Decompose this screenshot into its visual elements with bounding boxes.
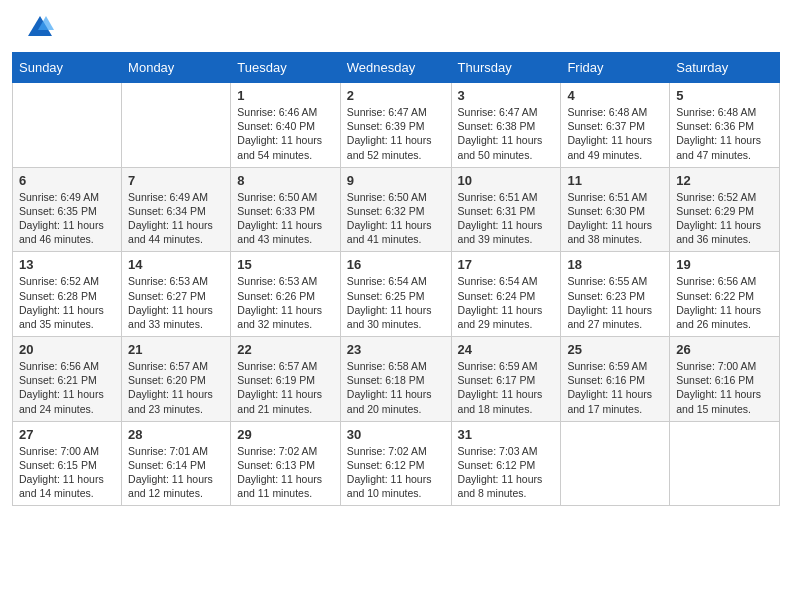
day-info: Sunrise: 6:50 AMSunset: 6:33 PMDaylight:… [237,190,333,247]
logo-icon [26,14,54,42]
day-info: Sunrise: 6:57 AMSunset: 6:20 PMDaylight:… [128,359,224,416]
calendar-cell: 25Sunrise: 6:59 AMSunset: 6:16 PMDayligh… [561,337,670,422]
calendar-cell: 7Sunrise: 6:49 AMSunset: 6:34 PMDaylight… [122,167,231,252]
calendar-cell: 21Sunrise: 6:57 AMSunset: 6:20 PMDayligh… [122,337,231,422]
day-info: Sunrise: 7:00 AMSunset: 6:16 PMDaylight:… [676,359,773,416]
calendar-cell: 14Sunrise: 6:53 AMSunset: 6:27 PMDayligh… [122,252,231,337]
calendar-cell: 2Sunrise: 6:47 AMSunset: 6:39 PMDaylight… [340,83,451,168]
calendar-cell: 8Sunrise: 6:50 AMSunset: 6:33 PMDaylight… [231,167,340,252]
weekday-header-tuesday: Tuesday [231,53,340,83]
calendar-cell: 17Sunrise: 6:54 AMSunset: 6:24 PMDayligh… [451,252,561,337]
calendar-cell: 26Sunrise: 7:00 AMSunset: 6:16 PMDayligh… [670,337,780,422]
day-info: Sunrise: 6:49 AMSunset: 6:35 PMDaylight:… [19,190,115,247]
day-info: Sunrise: 6:52 AMSunset: 6:29 PMDaylight:… [676,190,773,247]
day-info: Sunrise: 6:57 AMSunset: 6:19 PMDaylight:… [237,359,333,416]
day-number: 28 [128,427,224,442]
calendar-cell: 15Sunrise: 6:53 AMSunset: 6:26 PMDayligh… [231,252,340,337]
day-number: 15 [237,257,333,272]
day-number: 27 [19,427,115,442]
day-number: 5 [676,88,773,103]
day-number: 11 [567,173,663,188]
day-info: Sunrise: 7:02 AMSunset: 6:13 PMDaylight:… [237,444,333,501]
day-number: 31 [458,427,555,442]
weekday-header-sunday: Sunday [13,53,122,83]
logo [24,18,54,42]
calendar-cell: 13Sunrise: 6:52 AMSunset: 6:28 PMDayligh… [13,252,122,337]
weekday-header-friday: Friday [561,53,670,83]
calendar-cell: 24Sunrise: 6:59 AMSunset: 6:17 PMDayligh… [451,337,561,422]
calendar-cell: 28Sunrise: 7:01 AMSunset: 6:14 PMDayligh… [122,421,231,506]
day-number: 6 [19,173,115,188]
day-number: 19 [676,257,773,272]
day-number: 25 [567,342,663,357]
calendar-cell: 29Sunrise: 7:02 AMSunset: 6:13 PMDayligh… [231,421,340,506]
day-number: 20 [19,342,115,357]
calendar-cell: 19Sunrise: 6:56 AMSunset: 6:22 PMDayligh… [670,252,780,337]
calendar-cell: 11Sunrise: 6:51 AMSunset: 6:30 PMDayligh… [561,167,670,252]
day-info: Sunrise: 6:51 AMSunset: 6:30 PMDaylight:… [567,190,663,247]
calendar-cell: 5Sunrise: 6:48 AMSunset: 6:36 PMDaylight… [670,83,780,168]
calendar-cell: 18Sunrise: 6:55 AMSunset: 6:23 PMDayligh… [561,252,670,337]
calendar-cell: 31Sunrise: 7:03 AMSunset: 6:12 PMDayligh… [451,421,561,506]
day-number: 3 [458,88,555,103]
day-number: 2 [347,88,445,103]
calendar-cell: 10Sunrise: 6:51 AMSunset: 6:31 PMDayligh… [451,167,561,252]
day-info: Sunrise: 7:02 AMSunset: 6:12 PMDaylight:… [347,444,445,501]
day-info: Sunrise: 6:47 AMSunset: 6:38 PMDaylight:… [458,105,555,162]
day-number: 18 [567,257,663,272]
day-info: Sunrise: 7:00 AMSunset: 6:15 PMDaylight:… [19,444,115,501]
calendar-cell [122,83,231,168]
calendar-cell: 9Sunrise: 6:50 AMSunset: 6:32 PMDaylight… [340,167,451,252]
calendar-cell: 6Sunrise: 6:49 AMSunset: 6:35 PMDaylight… [13,167,122,252]
day-info: Sunrise: 6:52 AMSunset: 6:28 PMDaylight:… [19,274,115,331]
day-info: Sunrise: 6:53 AMSunset: 6:27 PMDaylight:… [128,274,224,331]
calendar-cell: 27Sunrise: 7:00 AMSunset: 6:15 PMDayligh… [13,421,122,506]
calendar-cell: 4Sunrise: 6:48 AMSunset: 6:37 PMDaylight… [561,83,670,168]
day-number: 21 [128,342,224,357]
day-info: Sunrise: 6:53 AMSunset: 6:26 PMDaylight:… [237,274,333,331]
calendar-cell: 20Sunrise: 6:56 AMSunset: 6:21 PMDayligh… [13,337,122,422]
day-info: Sunrise: 6:46 AMSunset: 6:40 PMDaylight:… [237,105,333,162]
day-info: Sunrise: 7:03 AMSunset: 6:12 PMDaylight:… [458,444,555,501]
day-number: 1 [237,88,333,103]
day-number: 16 [347,257,445,272]
day-info: Sunrise: 6:51 AMSunset: 6:31 PMDaylight:… [458,190,555,247]
day-info: Sunrise: 6:54 AMSunset: 6:25 PMDaylight:… [347,274,445,331]
calendar-cell: 16Sunrise: 6:54 AMSunset: 6:25 PMDayligh… [340,252,451,337]
day-number: 13 [19,257,115,272]
calendar-wrapper: SundayMondayTuesdayWednesdayThursdayFrid… [0,52,792,518]
day-number: 7 [128,173,224,188]
day-info: Sunrise: 6:56 AMSunset: 6:21 PMDaylight:… [19,359,115,416]
weekday-header-wednesday: Wednesday [340,53,451,83]
weekday-header-monday: Monday [122,53,231,83]
day-number: 29 [237,427,333,442]
day-number: 23 [347,342,445,357]
day-info: Sunrise: 6:48 AMSunset: 6:37 PMDaylight:… [567,105,663,162]
day-number: 24 [458,342,555,357]
day-number: 12 [676,173,773,188]
day-info: Sunrise: 7:01 AMSunset: 6:14 PMDaylight:… [128,444,224,501]
day-info: Sunrise: 6:49 AMSunset: 6:34 PMDaylight:… [128,190,224,247]
calendar-cell: 30Sunrise: 7:02 AMSunset: 6:12 PMDayligh… [340,421,451,506]
day-number: 26 [676,342,773,357]
calendar-table: SundayMondayTuesdayWednesdayThursdayFrid… [12,52,780,506]
calendar-cell [561,421,670,506]
calendar-cell: 12Sunrise: 6:52 AMSunset: 6:29 PMDayligh… [670,167,780,252]
calendar-cell: 1Sunrise: 6:46 AMSunset: 6:40 PMDaylight… [231,83,340,168]
day-info: Sunrise: 6:59 AMSunset: 6:17 PMDaylight:… [458,359,555,416]
day-info: Sunrise: 6:55 AMSunset: 6:23 PMDaylight:… [567,274,663,331]
day-number: 14 [128,257,224,272]
day-info: Sunrise: 6:59 AMSunset: 6:16 PMDaylight:… [567,359,663,416]
calendar-cell [13,83,122,168]
calendar-cell: 22Sunrise: 6:57 AMSunset: 6:19 PMDayligh… [231,337,340,422]
day-info: Sunrise: 6:47 AMSunset: 6:39 PMDaylight:… [347,105,445,162]
day-info: Sunrise: 6:50 AMSunset: 6:32 PMDaylight:… [347,190,445,247]
page-header [0,0,792,52]
calendar-cell: 3Sunrise: 6:47 AMSunset: 6:38 PMDaylight… [451,83,561,168]
weekday-header-thursday: Thursday [451,53,561,83]
day-info: Sunrise: 6:48 AMSunset: 6:36 PMDaylight:… [676,105,773,162]
calendar-cell [670,421,780,506]
day-info: Sunrise: 6:54 AMSunset: 6:24 PMDaylight:… [458,274,555,331]
day-number: 8 [237,173,333,188]
day-info: Sunrise: 6:56 AMSunset: 6:22 PMDaylight:… [676,274,773,331]
